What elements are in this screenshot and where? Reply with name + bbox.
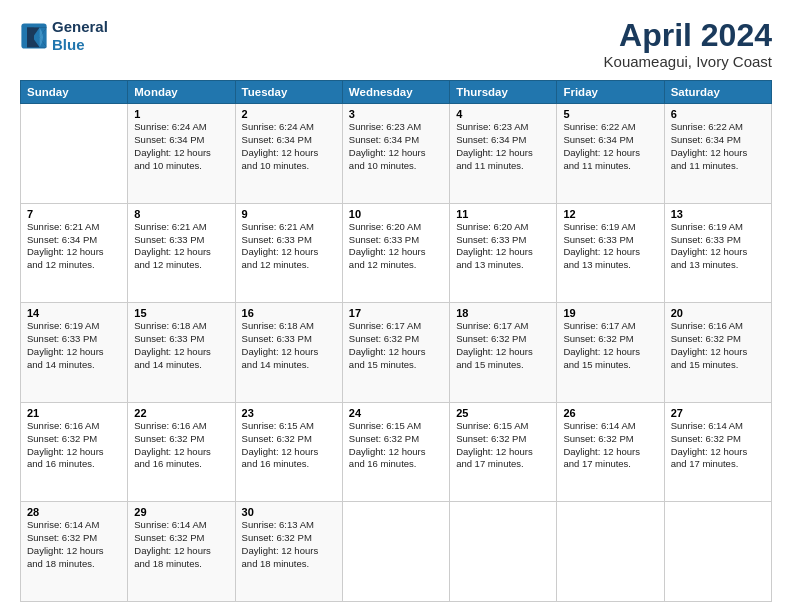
calendar-table: SundayMondayTuesdayWednesdayThursdayFrid… — [20, 80, 772, 602]
calendar-cell: 8Sunrise: 6:21 AM Sunset: 6:33 PM Daylig… — [128, 203, 235, 303]
day-header-thursday: Thursday — [450, 81, 557, 104]
day-detail: Sunrise: 6:16 AM Sunset: 6:32 PM Dayligh… — [134, 420, 228, 471]
day-number: 12 — [563, 208, 657, 220]
calendar-cell: 27Sunrise: 6:14 AM Sunset: 6:32 PM Dayli… — [664, 402, 771, 502]
calendar-cell: 1Sunrise: 6:24 AM Sunset: 6:34 PM Daylig… — [128, 104, 235, 204]
calendar-cell: 18Sunrise: 6:17 AM Sunset: 6:32 PM Dayli… — [450, 303, 557, 403]
page: General Blue April 2024 Kouameagui, Ivor… — [0, 0, 792, 612]
day-number: 11 — [456, 208, 550, 220]
calendar-cell: 7Sunrise: 6:21 AM Sunset: 6:34 PM Daylig… — [21, 203, 128, 303]
calendar-cell: 30Sunrise: 6:13 AM Sunset: 6:32 PM Dayli… — [235, 502, 342, 602]
day-number: 23 — [242, 407, 336, 419]
day-detail: Sunrise: 6:22 AM Sunset: 6:34 PM Dayligh… — [671, 121, 765, 172]
calendar-cell: 19Sunrise: 6:17 AM Sunset: 6:32 PM Dayli… — [557, 303, 664, 403]
week-row-4: 21Sunrise: 6:16 AM Sunset: 6:32 PM Dayli… — [21, 402, 772, 502]
day-number: 7 — [27, 208, 121, 220]
day-detail: Sunrise: 6:21 AM Sunset: 6:33 PM Dayligh… — [242, 221, 336, 272]
week-row-3: 14Sunrise: 6:19 AM Sunset: 6:33 PM Dayli… — [21, 303, 772, 403]
logo-icon — [20, 22, 48, 50]
calendar-cell: 15Sunrise: 6:18 AM Sunset: 6:33 PM Dayli… — [128, 303, 235, 403]
day-number: 24 — [349, 407, 443, 419]
day-detail: Sunrise: 6:18 AM Sunset: 6:33 PM Dayligh… — [242, 320, 336, 371]
day-number: 19 — [563, 307, 657, 319]
calendar-cell: 26Sunrise: 6:14 AM Sunset: 6:32 PM Dayli… — [557, 402, 664, 502]
day-header-monday: Monday — [128, 81, 235, 104]
day-detail: Sunrise: 6:17 AM Sunset: 6:32 PM Dayligh… — [563, 320, 657, 371]
day-number: 27 — [671, 407, 765, 419]
week-row-5: 28Sunrise: 6:14 AM Sunset: 6:32 PM Dayli… — [21, 502, 772, 602]
day-detail: Sunrise: 6:21 AM Sunset: 6:34 PM Dayligh… — [27, 221, 121, 272]
logo-text: General Blue — [52, 18, 108, 54]
day-header-saturday: Saturday — [664, 81, 771, 104]
calendar-cell — [342, 502, 449, 602]
day-detail: Sunrise: 6:15 AM Sunset: 6:32 PM Dayligh… — [456, 420, 550, 471]
calendar-cell: 4Sunrise: 6:23 AM Sunset: 6:34 PM Daylig… — [450, 104, 557, 204]
day-number: 29 — [134, 506, 228, 518]
day-number: 4 — [456, 108, 550, 120]
week-row-2: 7Sunrise: 6:21 AM Sunset: 6:34 PM Daylig… — [21, 203, 772, 303]
day-number: 5 — [563, 108, 657, 120]
day-header-sunday: Sunday — [21, 81, 128, 104]
day-number: 6 — [671, 108, 765, 120]
calendar-cell: 24Sunrise: 6:15 AM Sunset: 6:32 PM Dayli… — [342, 402, 449, 502]
calendar-cell: 12Sunrise: 6:19 AM Sunset: 6:33 PM Dayli… — [557, 203, 664, 303]
day-detail: Sunrise: 6:20 AM Sunset: 6:33 PM Dayligh… — [349, 221, 443, 272]
calendar-cell: 20Sunrise: 6:16 AM Sunset: 6:32 PM Dayli… — [664, 303, 771, 403]
day-detail: Sunrise: 6:14 AM Sunset: 6:32 PM Dayligh… — [134, 519, 228, 570]
calendar-cell — [21, 104, 128, 204]
calendar-cell: 21Sunrise: 6:16 AM Sunset: 6:32 PM Dayli… — [21, 402, 128, 502]
day-detail: Sunrise: 6:16 AM Sunset: 6:32 PM Dayligh… — [671, 320, 765, 371]
day-number: 18 — [456, 307, 550, 319]
calendar-header-row: SundayMondayTuesdayWednesdayThursdayFrid… — [21, 81, 772, 104]
day-number: 17 — [349, 307, 443, 319]
calendar-cell — [557, 502, 664, 602]
day-detail: Sunrise: 6:16 AM Sunset: 6:32 PM Dayligh… — [27, 420, 121, 471]
day-detail: Sunrise: 6:24 AM Sunset: 6:34 PM Dayligh… — [134, 121, 228, 172]
logo: General Blue — [20, 18, 108, 54]
day-number: 8 — [134, 208, 228, 220]
calendar-cell — [450, 502, 557, 602]
day-number: 1 — [134, 108, 228, 120]
day-header-tuesday: Tuesday — [235, 81, 342, 104]
calendar-cell: 16Sunrise: 6:18 AM Sunset: 6:33 PM Dayli… — [235, 303, 342, 403]
page-subtitle: Kouameagui, Ivory Coast — [604, 53, 772, 70]
page-title: April 2024 — [604, 18, 772, 53]
calendar-cell: 3Sunrise: 6:23 AM Sunset: 6:34 PM Daylig… — [342, 104, 449, 204]
day-detail: Sunrise: 6:13 AM Sunset: 6:32 PM Dayligh… — [242, 519, 336, 570]
calendar-cell: 22Sunrise: 6:16 AM Sunset: 6:32 PM Dayli… — [128, 402, 235, 502]
calendar-cell: 25Sunrise: 6:15 AM Sunset: 6:32 PM Dayli… — [450, 402, 557, 502]
day-detail: Sunrise: 6:19 AM Sunset: 6:33 PM Dayligh… — [563, 221, 657, 272]
day-header-wednesday: Wednesday — [342, 81, 449, 104]
day-number: 21 — [27, 407, 121, 419]
calendar-cell: 6Sunrise: 6:22 AM Sunset: 6:34 PM Daylig… — [664, 104, 771, 204]
header: General Blue April 2024 Kouameagui, Ivor… — [20, 18, 772, 70]
calendar-cell: 5Sunrise: 6:22 AM Sunset: 6:34 PM Daylig… — [557, 104, 664, 204]
day-number: 13 — [671, 208, 765, 220]
day-detail: Sunrise: 6:18 AM Sunset: 6:33 PM Dayligh… — [134, 320, 228, 371]
calendar-cell: 17Sunrise: 6:17 AM Sunset: 6:32 PM Dayli… — [342, 303, 449, 403]
calendar-cell: 13Sunrise: 6:19 AM Sunset: 6:33 PM Dayli… — [664, 203, 771, 303]
calendar-cell: 9Sunrise: 6:21 AM Sunset: 6:33 PM Daylig… — [235, 203, 342, 303]
day-header-friday: Friday — [557, 81, 664, 104]
day-number: 14 — [27, 307, 121, 319]
day-number: 22 — [134, 407, 228, 419]
day-detail: Sunrise: 6:14 AM Sunset: 6:32 PM Dayligh… — [671, 420, 765, 471]
day-number: 10 — [349, 208, 443, 220]
calendar-cell — [664, 502, 771, 602]
calendar-cell: 28Sunrise: 6:14 AM Sunset: 6:32 PM Dayli… — [21, 502, 128, 602]
week-row-1: 1Sunrise: 6:24 AM Sunset: 6:34 PM Daylig… — [21, 104, 772, 204]
day-detail: Sunrise: 6:17 AM Sunset: 6:32 PM Dayligh… — [349, 320, 443, 371]
day-number: 20 — [671, 307, 765, 319]
calendar-cell: 23Sunrise: 6:15 AM Sunset: 6:32 PM Dayli… — [235, 402, 342, 502]
calendar-cell: 14Sunrise: 6:19 AM Sunset: 6:33 PM Dayli… — [21, 303, 128, 403]
calendar-cell: 10Sunrise: 6:20 AM Sunset: 6:33 PM Dayli… — [342, 203, 449, 303]
day-number: 28 — [27, 506, 121, 518]
day-number: 2 — [242, 108, 336, 120]
day-detail: Sunrise: 6:21 AM Sunset: 6:33 PM Dayligh… — [134, 221, 228, 272]
day-detail: Sunrise: 6:17 AM Sunset: 6:32 PM Dayligh… — [456, 320, 550, 371]
calendar-cell: 2Sunrise: 6:24 AM Sunset: 6:34 PM Daylig… — [235, 104, 342, 204]
day-detail: Sunrise: 6:20 AM Sunset: 6:33 PM Dayligh… — [456, 221, 550, 272]
title-block: April 2024 Kouameagui, Ivory Coast — [604, 18, 772, 70]
day-detail: Sunrise: 6:15 AM Sunset: 6:32 PM Dayligh… — [349, 420, 443, 471]
day-number: 30 — [242, 506, 336, 518]
